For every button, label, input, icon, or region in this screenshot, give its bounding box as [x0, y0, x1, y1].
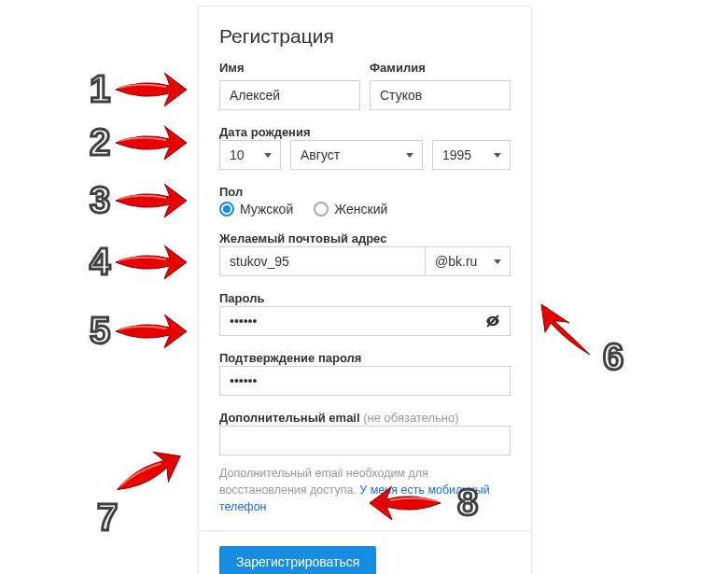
alt-email-help: Дополнительный email необходим для восст… — [219, 465, 511, 515]
password-label: Пароль — [219, 291, 264, 305]
gender-group: Пол Мужской Женский — [219, 183, 511, 217]
arrow-right-icon — [114, 311, 198, 352]
alt-email-input[interactable] — [219, 426, 511, 455]
alt-email-label-text: Дополнительный email — [219, 411, 360, 425]
email-local-input[interactable]: stukov_95 — [219, 246, 425, 276]
alt-email-label: Дополнительный email (не обязательно) — [219, 411, 459, 425]
gender-female-text: Женский — [334, 202, 387, 217]
last-name-label: Фамилия — [370, 61, 511, 75]
arrow-right-icon — [114, 122, 198, 163]
dob-month-select[interactable]: Август — [290, 140, 423, 170]
annotation-6-number: 6 — [603, 336, 622, 378]
annotation-6: 6 — [534, 299, 599, 364]
radio-checked-icon — [219, 202, 234, 217]
annotation-1: 1 — [90, 68, 198, 110]
arrow-right-icon — [114, 180, 198, 221]
annotation-7: 7 — [101, 463, 185, 519]
dob-year-select[interactable]: 1995 — [432, 140, 511, 170]
email-domain-select[interactable]: @bk.ru — [425, 246, 511, 276]
annotation-4-number: 4 — [90, 241, 108, 283]
dob-group: Дата рождения 10 Август 1995 — [219, 123, 511, 170]
password-group: Пароль •••••• — [219, 289, 511, 336]
gender-female-radio[interactable]: Женский — [314, 202, 387, 217]
annotation-3-number: 3 — [90, 179, 108, 221]
gender-label: Пол — [219, 185, 243, 199]
first-name-label: Имя — [219, 61, 360, 75]
gender-male-text: Мужской — [240, 202, 293, 217]
annotation-5-number: 5 — [90, 310, 108, 352]
arrow-right-icon — [106, 433, 207, 522]
divider — [199, 530, 531, 531]
annotation-2-number: 2 — [90, 121, 108, 163]
annotation-7-number: 7 — [97, 497, 116, 539]
annotation-1-number: 1 — [90, 68, 108, 110]
annotation-3: 3 — [90, 179, 198, 221]
arrow-right-icon — [114, 242, 198, 283]
arrow-right-icon — [114, 69, 198, 110]
register-button[interactable]: Зарегистрироваться — [219, 546, 376, 574]
dob-label: Дата рождения — [219, 125, 311, 139]
password-confirm-group: Подтверждение пароля •••••• — [219, 349, 511, 396]
annotation-5: 5 — [90, 310, 198, 352]
annotation-2: 2 — [90, 121, 198, 163]
first-name-input[interactable]: Алексей — [219, 80, 360, 110]
password-input[interactable]: •••••• — [219, 306, 511, 336]
email-label: Желаемый почтовый адрес — [219, 231, 386, 245]
arrow-upleft-icon — [534, 299, 599, 364]
email-group: Желаемый почтовый адрес stukov_95 @bk.ru — [219, 230, 511, 276]
dob-day-select[interactable]: 10 — [219, 140, 281, 170]
alt-email-optional: (не обязательно) — [363, 411, 458, 425]
registration-card: Регистрация Имя Алексей Фамилия Стуков Д… — [198, 6, 532, 574]
name-row: Имя Алексей Фамилия Стуков — [219, 61, 511, 110]
alt-email-group: Дополнительный email (не обязательно) До… — [219, 409, 511, 515]
page-title: Регистрация — [219, 25, 511, 48]
toggle-password-icon[interactable] — [484, 313, 501, 329]
last-name-input[interactable]: Стуков — [370, 80, 511, 110]
gender-male-radio[interactable]: Мужской — [219, 202, 293, 217]
password-confirm-input[interactable]: •••••• — [219, 366, 511, 396]
password-confirm-label: Подтверждение пароля — [219, 351, 361, 365]
radio-unchecked-icon — [314, 202, 329, 217]
annotation-4: 4 — [90, 241, 198, 283]
